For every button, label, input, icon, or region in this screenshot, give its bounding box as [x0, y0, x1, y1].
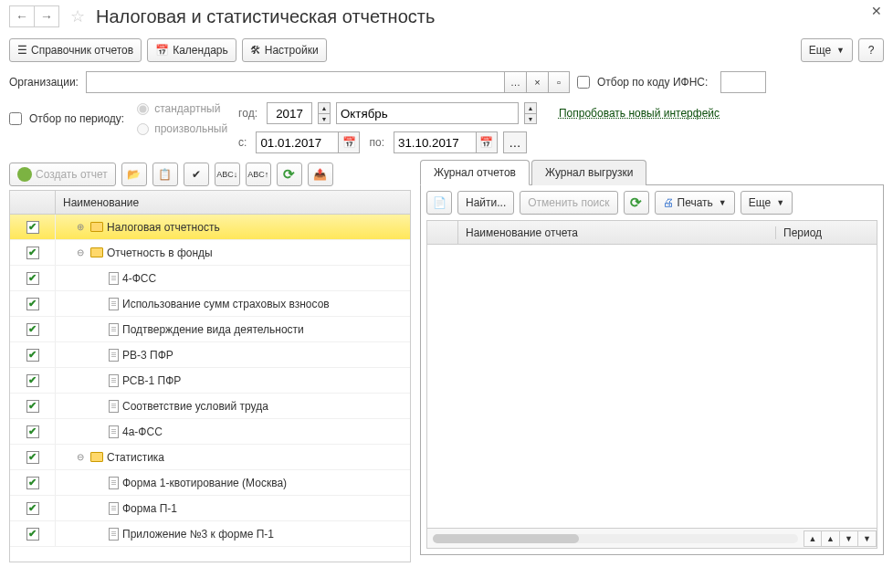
grid-body[interactable]: [427, 245, 877, 528]
tree-row[interactable]: ✔ 4а-ФСС: [10, 419, 410, 445]
checkbox-icon[interactable]: ✔: [26, 374, 39, 387]
nav-last-button[interactable]: ▼: [858, 530, 877, 547]
checkbox-icon[interactable]: ✔: [26, 221, 39, 234]
collapse-icon[interactable]: ⊖: [74, 247, 87, 257]
nav-first-button[interactable]: ▲: [804, 530, 822, 547]
ifns-input[interactable]: [720, 71, 766, 93]
tab-reports-journal[interactable]: Журнал отчетов: [420, 160, 530, 185]
close-icon[interactable]: ✕: [871, 4, 882, 18]
reports-grid: Наименование отчета Период ▲ ▲ ▼ ▼: [426, 220, 877, 549]
tree-row[interactable]: ✔ ⊕Налоговая отчетность: [10, 215, 410, 240]
print-button[interactable]: 🖨 Печать ▼: [655, 191, 735, 215]
tree-row[interactable]: ✔ ⊖Статистика: [10, 445, 410, 470]
collapse-icon[interactable]: ⊖: [74, 452, 87, 462]
horizontal-scrollbar[interactable]: [433, 534, 798, 543]
period-filter-checkbox[interactable]: [9, 112, 22, 125]
checkbox-icon[interactable]: ✔: [26, 323, 39, 336]
tree-row[interactable]: ✔ Приложение №3 к форме П-1: [10, 521, 410, 547]
nav-up-button[interactable]: ▲: [822, 530, 840, 547]
more-button-right[interactable]: Еще ▼: [741, 191, 793, 215]
radio-standard-label: стандартный: [154, 102, 220, 115]
checkbox-icon[interactable]: ✔: [26, 298, 39, 310]
row-label: Подтверждение вида деятельности: [122, 323, 304, 336]
expand-icon[interactable]: ⊕: [74, 222, 87, 232]
org-select-button[interactable]: …: [504, 71, 526, 93]
tree-row[interactable]: ✔ РВ-3 ПФР: [10, 342, 410, 368]
sort-asc-button[interactable]: ABC↓: [215, 163, 240, 186]
org-clear-button[interactable]: ×: [526, 71, 548, 93]
document-icon: [109, 502, 119, 515]
chevron-down-icon: ▼: [776, 198, 784, 207]
from-label: с:: [238, 136, 247, 149]
refresh-grid-button[interactable]: ⟳: [624, 191, 649, 215]
tree-row[interactable]: ✔ 4-ФСС: [10, 266, 410, 291]
org-input-group: … × ▫: [86, 71, 570, 93]
row-label: РСВ-1 ПФР: [122, 374, 181, 387]
date-from-input[interactable]: [256, 131, 338, 153]
create-report-button[interactable]: Создать отчет: [9, 163, 116, 186]
tree-row[interactable]: ✔ Соответствие условий труда: [10, 394, 410, 419]
cancel-find-button[interactable]: Отменить поиск: [520, 191, 617, 215]
grid-col-name[interactable]: Наименование отчета: [458, 226, 776, 239]
button-label: Календарь: [173, 44, 228, 57]
tree-row[interactable]: ✔ Использование сумм страховых взносов: [10, 291, 410, 317]
filter-ifns-checkbox[interactable]: [577, 76, 590, 89]
nav-down-button[interactable]: ▼: [840, 530, 858, 547]
settings-button[interactable]: 🛠 Настройки: [242, 38, 327, 62]
reports-directory-button[interactable]: ☰ Справочник отчетов: [9, 38, 142, 62]
checkbox-icon[interactable]: ✔: [26, 451, 39, 464]
tree-row[interactable]: ✔ ⊖Отчетность в фонды: [10, 240, 410, 266]
tree-row[interactable]: ✔ Форма П-1: [10, 496, 410, 521]
date-to-input[interactable]: [394, 131, 476, 153]
edit-button[interactable]: 📄: [426, 191, 452, 215]
tree-body[interactable]: ✔ ⊕Налоговая отчетность ✔ ⊖Отчетность в …: [10, 215, 410, 562]
tree-row[interactable]: ✔ Подтверждение вида деятельности: [10, 317, 410, 342]
radio-standard[interactable]: [137, 103, 149, 115]
checkbox-icon[interactable]: ✔: [26, 272, 39, 285]
favorite-star-icon[interactable]: ☆: [70, 6, 85, 26]
forward-button[interactable]: →: [34, 5, 59, 27]
month-up-button[interactable]: ▲: [524, 102, 537, 113]
calendar-button[interactable]: 📅 Календарь: [147, 38, 236, 62]
chevron-down-icon: ▼: [836, 46, 845, 55]
try-new-interface-link[interactable]: Попробовать новый интерфейс: [559, 107, 720, 120]
month-input[interactable]: [336, 102, 519, 124]
check-button[interactable]: ✔: [184, 163, 209, 186]
copy-button[interactable]: 📋: [152, 163, 178, 186]
tree-row[interactable]: ✔ РСВ-1 ПФР: [10, 368, 410, 394]
checkbox-icon[interactable]: ✔: [26, 425, 39, 438]
org-input[interactable]: [86, 71, 504, 93]
org-open-button[interactable]: ▫: [548, 71, 570, 93]
document-icon: [109, 425, 119, 438]
tree-header-name[interactable]: Наименование: [56, 196, 146, 209]
grid-header: Наименование отчета Период: [427, 221, 877, 245]
checkbox-icon[interactable]: ✔: [26, 528, 39, 541]
transfer-button[interactable]: 📤: [308, 163, 333, 186]
more-button[interactable]: Еще ▼: [801, 38, 853, 62]
open-button[interactable]: 📂: [121, 163, 147, 186]
checkbox-icon[interactable]: ✔: [26, 400, 39, 413]
row-label: Налоговая отчетность: [107, 221, 220, 234]
checkbox-icon[interactable]: ✔: [26, 477, 39, 489]
checkbox-icon[interactable]: ✔: [26, 247, 39, 259]
grid-col-period[interactable]: Период: [776, 226, 877, 239]
document-icon: [109, 400, 119, 413]
tree-row[interactable]: ✔ Форма 1-квотирование (Москва): [10, 470, 410, 496]
checkbox-icon[interactable]: ✔: [26, 349, 39, 362]
find-button[interactable]: Найти...: [457, 191, 514, 215]
year-up-button[interactable]: ▲: [318, 102, 331, 113]
calendar-icon[interactable]: 📅: [476, 131, 498, 153]
checkbox-icon[interactable]: ✔: [26, 502, 39, 515]
refresh-button[interactable]: ⟳: [277, 163, 302, 186]
month-down-button[interactable]: ▼: [524, 113, 537, 124]
calendar-icon[interactable]: 📅: [338, 131, 360, 153]
year-down-button[interactable]: ▼: [318, 113, 331, 124]
sort-desc-button[interactable]: ABC↑: [246, 163, 271, 186]
year-input[interactable]: [267, 102, 312, 124]
tab-upload-journal[interactable]: Журнал выгрузки: [531, 160, 647, 185]
back-button[interactable]: ←: [9, 5, 35, 27]
period-more-button[interactable]: …: [503, 131, 527, 153]
radio-custom[interactable]: [137, 123, 149, 135]
help-button[interactable]: ?: [858, 38, 884, 62]
list-icon: ☰: [17, 44, 27, 57]
